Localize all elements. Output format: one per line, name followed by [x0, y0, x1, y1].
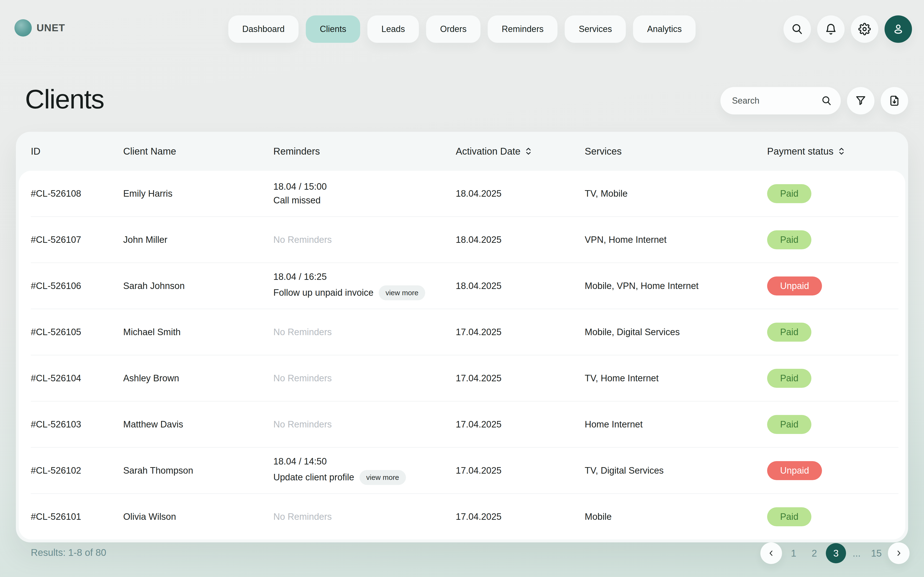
chevron-right-icon: [895, 549, 903, 557]
no-reminders-label: No Reminders: [273, 327, 332, 337]
nav-tab-clients[interactable]: Clients: [306, 15, 360, 43]
column-header-id: ID: [31, 146, 123, 157]
search-button[interactable]: [783, 15, 811, 43]
services: Mobile: [585, 512, 767, 522]
clients-page: UNET Dashboard Clients Leads Orders Remi…: [0, 0, 924, 577]
column-header-payment-status[interactable]: Payment status: [767, 146, 898, 157]
view-more-button[interactable]: view more: [360, 470, 406, 485]
main-nav: Dashboard Clients Leads Orders Reminders…: [228, 15, 696, 43]
nav-tab-services[interactable]: Services: [565, 15, 626, 43]
nav-tab-leads[interactable]: Leads: [367, 15, 419, 43]
client-name: Sarah Johnson: [123, 281, 273, 291]
nav-tab-reminders[interactable]: Reminders: [488, 15, 557, 43]
activation-date: 18.04.2025: [456, 281, 585, 291]
reminder-time: 18.04 / 14:50: [273, 456, 447, 467]
page-title: Clients: [25, 84, 104, 115]
search-icon: [791, 23, 803, 35]
view-more-button[interactable]: view more: [379, 285, 425, 300]
search-input[interactable]: [732, 96, 821, 106]
payment-status-badge: Paid: [767, 507, 811, 526]
client-id: #CL-526107: [31, 235, 123, 245]
services: TV, Home Internet: [585, 373, 767, 384]
client-id: #CL-526106: [31, 281, 123, 291]
no-reminders-label: No Reminders: [273, 419, 332, 429]
topbar-actions: [783, 15, 912, 43]
reminder-time: 18.04 / 16:25: [273, 272, 447, 282]
export-button[interactable]: [881, 87, 908, 114]
client-id: #CL-526102: [31, 466, 123, 476]
client-reminder: 18.04 / 14:50 Update client profile view…: [273, 456, 456, 485]
client-name: Emily Harris: [123, 189, 273, 199]
filter-funnel-icon: [855, 95, 867, 107]
table-row: #CL-526101 Olivia Wilson No Reminders 17…: [31, 494, 898, 540]
gear-icon: [858, 23, 871, 35]
client-name: Ashley Brown: [123, 373, 273, 384]
payment-status-badge: Unpaid: [767, 461, 822, 480]
payment-status-badge: Paid: [767, 415, 811, 434]
page-button-15[interactable]: 15: [867, 543, 885, 563]
column-header-activation-date[interactable]: Activation Date: [456, 146, 585, 157]
search-icon: [821, 95, 832, 106]
settings-button[interactable]: [851, 15, 878, 43]
download-file-icon: [888, 95, 900, 107]
no-reminders-label: No Reminders: [273, 512, 332, 522]
client-id: #CL-526108: [31, 189, 123, 199]
column-header-services: Services: [585, 146, 767, 157]
activation-date: 17.04.2025: [456, 373, 585, 384]
pagination: 1 2 3 ... 15: [760, 542, 909, 564]
client-name: Sarah Thompson: [123, 466, 273, 476]
table-row: #CL-526105 Michael Smith No Reminders 17…: [31, 309, 898, 355]
payment-status-badge: Paid: [767, 322, 811, 342]
nav-tab-dashboard[interactable]: Dashboard: [228, 15, 299, 43]
payment-status-badge: Unpaid: [767, 276, 822, 295]
client-id: #CL-526104: [31, 373, 123, 384]
client-name: Matthew Davis: [123, 419, 273, 430]
table-row: #CL-526108 Emily Harris 18.04 / 15:00 Ca…: [31, 171, 898, 217]
client-reminder: No Reminders: [273, 419, 456, 430]
client-reminder: No Reminders: [273, 327, 456, 337]
nav-tab-analytics[interactable]: Analytics: [633, 15, 696, 43]
client-reminder: 18.04 / 16:25 Follow up unpaid invoice v…: [273, 272, 456, 300]
payment-status-badge: Paid: [767, 369, 811, 388]
services: Home Internet: [585, 419, 767, 430]
person-icon: [892, 23, 905, 35]
table-row: #CL-526103 Matthew Davis No Reminders 17…: [31, 401, 898, 448]
services: Mobile, Digital Services: [585, 327, 767, 337]
reminder-text: Follow up unpaid invoice: [273, 287, 373, 298]
reminder-text: Call missed: [273, 195, 320, 206]
pagination-ellipsis: ...: [848, 548, 865, 559]
services: TV, Digital Services: [585, 466, 767, 476]
reminder-text: Update client profile: [273, 472, 354, 482]
page-button-2[interactable]: 2: [805, 543, 824, 563]
bell-icon: [825, 23, 837, 35]
client-reminder: No Reminders: [273, 512, 456, 522]
filter-button[interactable]: [847, 87, 874, 114]
brand-logo[interactable]: UNET: [15, 19, 65, 37]
previous-page-button[interactable]: [760, 542, 782, 564]
profile-avatar-button[interactable]: [885, 15, 912, 43]
nav-tab-orders[interactable]: Orders: [426, 15, 481, 43]
no-reminders-label: No Reminders: [273, 235, 332, 245]
reminder-time: 18.04 / 15:00: [273, 182, 447, 192]
sort-arrows-icon: [838, 147, 845, 156]
table-row: #CL-526106 Sarah Johnson 18.04 / 16:25 F…: [31, 263, 898, 309]
client-reminder: 18.04 / 15:00 Call missed: [273, 182, 456, 206]
table-row: #CL-526104 Ashley Brown No Reminders 17.…: [31, 355, 898, 401]
next-page-button[interactable]: [888, 542, 909, 564]
activation-date: 17.04.2025: [456, 466, 585, 476]
client-id: #CL-526105: [31, 327, 123, 337]
page-button-3[interactable]: 3: [826, 543, 846, 563]
notifications-button[interactable]: [817, 15, 845, 43]
client-id: #CL-526103: [31, 419, 123, 430]
client-name: Michael Smith: [123, 327, 273, 337]
table-row: #CL-526107 John Miller No Reminders 18.0…: [31, 217, 898, 263]
clients-table-card: ID Client Name Reminders Activation Date…: [16, 132, 908, 542]
client-name: John Miller: [123, 235, 273, 245]
services: VPN, Home Internet: [585, 235, 767, 245]
brand-name: UNET: [37, 22, 65, 34]
activation-date: 18.04.2025: [456, 189, 585, 199]
page-button-1[interactable]: 1: [784, 543, 803, 563]
search-field: [720, 87, 841, 114]
table-row: #CL-526102 Sarah Thompson 18.04 / 14:50 …: [31, 448, 898, 494]
table-body: #CL-526108 Emily Harris 18.04 / 15:00 Ca…: [19, 171, 905, 540]
